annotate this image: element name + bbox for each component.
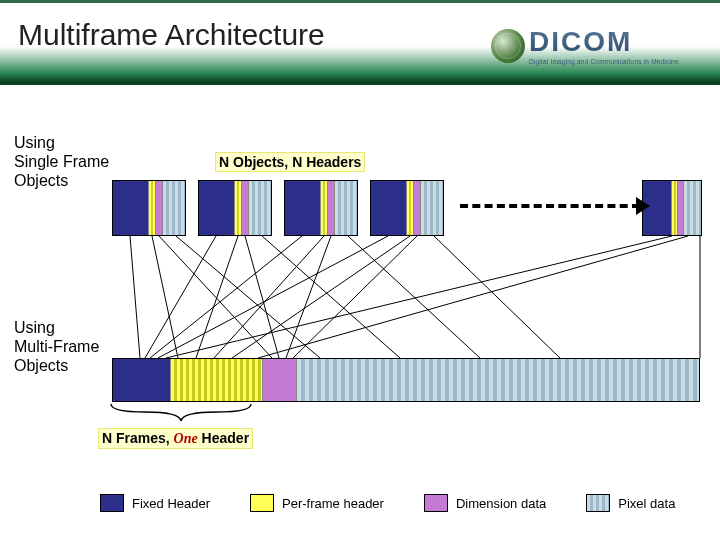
label-multi-frame: Using Multi-Frame Objects — [14, 318, 99, 376]
swatch-per-frame-header — [250, 494, 274, 512]
single-frame-row — [112, 180, 700, 236]
svg-line-7 — [214, 236, 324, 358]
svg-line-17 — [434, 236, 560, 358]
svg-line-11 — [245, 236, 279, 358]
svg-line-5 — [152, 236, 178, 358]
globe-icon — [491, 29, 525, 63]
object-1 — [112, 180, 186, 236]
page-title: Multiframe Architecture — [18, 18, 325, 52]
mf-pixel-data — [297, 359, 699, 401]
legend-per-frame-header: Per-frame header — [250, 494, 384, 512]
svg-line-10 — [159, 236, 272, 358]
object-2 — [198, 180, 272, 236]
svg-line-13 — [293, 236, 417, 358]
svg-line-6 — [196, 236, 238, 358]
svg-line-14 — [176, 236, 320, 358]
mf-per-frame-header — [171, 359, 263, 401]
svg-line-4 — [166, 236, 672, 358]
swatch-fixed-header — [100, 494, 124, 512]
svg-line-12 — [286, 236, 331, 358]
arrow-head-icon — [636, 197, 650, 215]
svg-line-3 — [158, 236, 388, 358]
object-3 — [284, 180, 358, 236]
svg-line-16 — [348, 236, 480, 358]
object-n — [642, 180, 702, 236]
multiframe-bar — [112, 358, 700, 402]
object-4 — [370, 180, 444, 236]
svg-line-2 — [150, 236, 302, 358]
caption-one: One — [174, 431, 198, 446]
legend-fixed-header: Fixed Header — [100, 494, 210, 512]
logo-tagline: Digital Imaging and Communications in Me… — [529, 58, 679, 65]
logo-brand: DICOM — [529, 26, 679, 58]
caption-prefix: N Frames, — [102, 430, 174, 446]
svg-line-15 — [262, 236, 400, 358]
swatch-dimension-data — [424, 494, 448, 512]
svg-line-1 — [145, 236, 216, 358]
legend: Fixed Header Per-frame header Dimension … — [100, 494, 700, 512]
mf-dimension-data — [263, 359, 297, 401]
caption-n-frames: N Frames, One Header — [98, 428, 253, 449]
ellipsis-arrow — [460, 204, 640, 208]
mf-fixed-header — [113, 359, 171, 401]
swatch-pixel-data — [586, 494, 610, 512]
svg-line-9 — [258, 236, 688, 358]
caption-suffix: Header — [198, 430, 249, 446]
legend-dimension-data: Dimension data — [424, 494, 546, 512]
dicom-logo: DICOM Digital Imaging and Communications… — [491, 18, 706, 73]
legend-pixel-data: Pixel data — [586, 494, 675, 512]
svg-line-0 — [130, 236, 140, 358]
curly-brace-icon — [110, 403, 252, 423]
svg-line-8 — [232, 236, 410, 358]
caption-n-objects: N Objects, N Headers — [215, 152, 365, 172]
label-single-frame: Using Single Frame Objects — [14, 133, 109, 191]
